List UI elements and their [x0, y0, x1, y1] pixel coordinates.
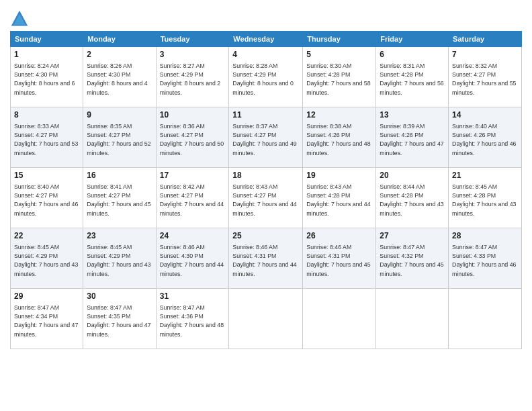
sunset-info: Sunset: 4:29 PM	[87, 253, 130, 259]
weekday-header-saturday: Saturday	[449, 32, 522, 47]
calendar-cell: 2Sunrise: 8:26 AMSunset: 4:30 PMDaylight…	[83, 47, 156, 107]
daylight-info: Daylight: 7 hours and 47 minutes.	[87, 322, 150, 337]
day-number: 22	[14, 230, 79, 242]
daylight-info: Daylight: 8 hours and 0 minutes.	[232, 80, 293, 95]
day-number: 29	[14, 291, 79, 302]
sunrise-info: Sunrise: 8:45 AM	[14, 244, 59, 250]
daylight-info: Daylight: 7 hours and 43 minutes.	[380, 201, 443, 216]
sunrise-info: Sunrise: 8:37 AM	[232, 123, 277, 130]
daylight-info: Daylight: 7 hours and 46 minutes.	[452, 261, 516, 277]
day-number: 1	[14, 49, 79, 60]
calendar-cell: 21Sunrise: 8:45 AMSunset: 4:28 PMDayligh…	[449, 168, 522, 228]
calendar-cell: 14Sunrise: 8:40 AMSunset: 4:26 PMDayligh…	[449, 107, 522, 168]
sunset-info: Sunset: 4:26 PM	[380, 132, 423, 138]
sunrise-info: Sunrise: 8:45 AM	[87, 244, 132, 250]
daylight-info: Daylight: 8 hours and 4 minutes.	[87, 80, 147, 95]
calendar-cell	[229, 289, 303, 349]
calendar-cell	[303, 289, 376, 349]
calendar-cell: 10Sunrise: 8:36 AMSunset: 4:27 PMDayligh…	[156, 107, 229, 168]
daylight-info: Daylight: 7 hours and 45 minutes.	[87, 201, 150, 216]
calendar-cell: 22Sunrise: 8:45 AMSunset: 4:29 PMDayligh…	[11, 228, 83, 289]
sunset-info: Sunset: 4:36 PM	[160, 313, 204, 320]
sunset-info: Sunset: 4:29 PM	[160, 71, 204, 78]
daylight-info: Daylight: 7 hours and 48 minutes.	[160, 322, 224, 337]
sunset-info: Sunset: 4:32 PM	[380, 253, 423, 259]
daylight-info: Daylight: 7 hours and 53 minutes.	[14, 140, 78, 156]
sunrise-info: Sunrise: 8:33 AM	[14, 123, 59, 130]
daylight-info: Daylight: 7 hours and 46 minutes.	[452, 140, 516, 156]
sunrise-info: Sunrise: 8:27 AM	[160, 62, 205, 69]
sunrise-info: Sunrise: 8:43 AM	[306, 183, 351, 190]
calendar-cell: 28Sunrise: 8:47 AMSunset: 4:33 PMDayligh…	[449, 228, 522, 289]
daylight-info: Daylight: 7 hours and 55 minutes.	[452, 80, 516, 95]
daylight-info: Daylight: 7 hours and 56 minutes.	[380, 80, 443, 95]
sunrise-info: Sunrise: 8:47 AM	[380, 244, 425, 250]
day-number: 27	[380, 230, 445, 242]
sunset-info: Sunset: 4:31 PM	[306, 253, 350, 259]
weekday-header-wednesday: Wednesday	[229, 32, 303, 47]
sunrise-info: Sunrise: 8:47 AM	[14, 304, 59, 311]
weekday-header-monday: Monday	[83, 32, 156, 47]
sunset-info: Sunset: 4:27 PM	[87, 132, 130, 138]
calendar-cell: 5Sunrise: 8:30 AMSunset: 4:28 PMDaylight…	[303, 47, 376, 107]
weekday-header-tuesday: Tuesday	[156, 32, 229, 47]
sunset-info: Sunset: 4:26 PM	[452, 132, 496, 138]
sunset-info: Sunset: 4:34 PM	[14, 313, 58, 320]
day-number: 24	[160, 230, 226, 242]
calendar-cell: 13Sunrise: 8:39 AMSunset: 4:26 PMDayligh…	[376, 107, 449, 168]
sunrise-info: Sunrise: 8:46 AM	[160, 244, 205, 250]
day-number: 25	[232, 230, 299, 242]
day-number: 5	[306, 49, 372, 60]
day-number: 21	[452, 170, 518, 181]
sunset-info: Sunset: 4:29 PM	[232, 71, 276, 78]
calendar-cell: 17Sunrise: 8:42 AMSunset: 4:27 PMDayligh…	[156, 168, 229, 228]
daylight-info: Daylight: 7 hours and 44 minutes.	[306, 201, 370, 216]
daylight-info: Daylight: 7 hours and 49 minutes.	[232, 140, 296, 156]
sunset-info: Sunset: 4:26 PM	[306, 132, 350, 138]
day-number: 26	[306, 230, 372, 242]
daylight-info: Daylight: 7 hours and 43 minutes.	[452, 201, 516, 216]
day-number: 13	[380, 109, 445, 121]
calendar-cell: 12Sunrise: 8:38 AMSunset: 4:26 PMDayligh…	[303, 107, 376, 168]
sunrise-info: Sunrise: 8:38 AM	[306, 123, 351, 130]
day-number: 19	[306, 170, 372, 181]
day-number: 7	[452, 49, 518, 60]
calendar-week-row: 22Sunrise: 8:45 AMSunset: 4:29 PMDayligh…	[11, 228, 522, 289]
sunrise-info: Sunrise: 8:31 AM	[380, 62, 425, 69]
calendar-cell: 7Sunrise: 8:32 AMSunset: 4:27 PMDaylight…	[449, 47, 522, 107]
day-number: 4	[232, 49, 299, 60]
sunset-info: Sunset: 4:27 PM	[87, 192, 130, 199]
daylight-info: Daylight: 7 hours and 44 minutes.	[232, 201, 296, 216]
day-number: 31	[160, 291, 226, 302]
day-number: 20	[380, 170, 445, 181]
sunset-info: Sunset: 4:27 PM	[232, 132, 276, 138]
sunrise-info: Sunrise: 8:36 AM	[160, 123, 205, 130]
sunset-info: Sunset: 4:28 PM	[380, 71, 423, 78]
daylight-info: Daylight: 7 hours and 43 minutes.	[14, 261, 78, 277]
sunrise-info: Sunrise: 8:47 AM	[87, 304, 132, 311]
calendar-cell: 19Sunrise: 8:43 AMSunset: 4:28 PMDayligh…	[303, 168, 376, 228]
day-number: 8	[14, 109, 79, 121]
calendar-cell: 24Sunrise: 8:46 AMSunset: 4:30 PMDayligh…	[156, 228, 229, 289]
sunset-info: Sunset: 4:28 PM	[306, 71, 350, 78]
calendar-week-row: 29Sunrise: 8:47 AMSunset: 4:34 PMDayligh…	[11, 289, 522, 349]
daylight-info: Daylight: 7 hours and 52 minutes.	[87, 140, 150, 156]
calendar-cell: 11Sunrise: 8:37 AMSunset: 4:27 PMDayligh…	[229, 107, 303, 168]
daylight-info: Daylight: 7 hours and 44 minutes.	[160, 261, 224, 277]
calendar-cell: 27Sunrise: 8:47 AMSunset: 4:32 PMDayligh…	[376, 228, 449, 289]
daylight-info: Daylight: 7 hours and 43 minutes.	[87, 261, 150, 277]
sunset-info: Sunset: 4:27 PM	[14, 132, 58, 138]
sunset-info: Sunset: 4:35 PM	[87, 313, 130, 320]
logo	[10, 9, 30, 28]
sunrise-info: Sunrise: 8:26 AM	[87, 62, 132, 69]
day-number: 11	[232, 109, 299, 121]
daylight-info: Daylight: 7 hours and 47 minutes.	[14, 322, 78, 337]
day-number: 14	[452, 109, 518, 121]
day-number: 18	[232, 170, 299, 181]
sunrise-info: Sunrise: 8:40 AM	[452, 123, 497, 130]
sunset-info: Sunset: 4:28 PM	[306, 192, 350, 199]
sunrise-info: Sunrise: 8:47 AM	[160, 304, 205, 311]
weekday-header-sunday: Sunday	[11, 32, 83, 47]
sunrise-info: Sunrise: 8:45 AM	[452, 183, 497, 190]
weekday-header-row: SundayMondayTuesdayWednesdayThursdayFrid…	[11, 32, 522, 47]
